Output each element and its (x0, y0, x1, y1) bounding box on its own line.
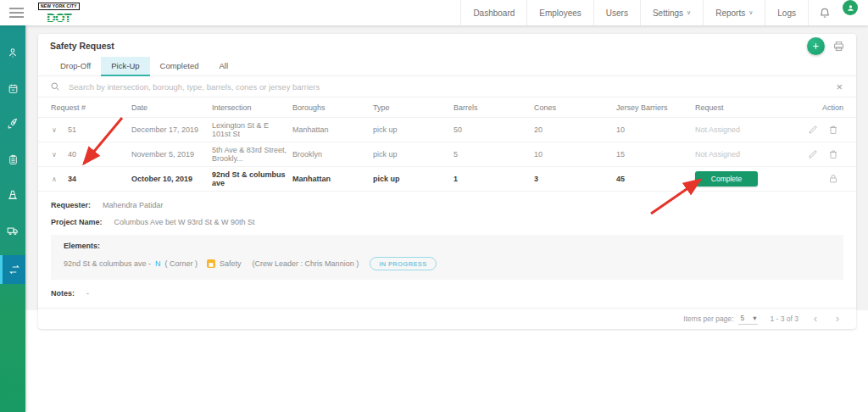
clipboard-icon (8, 154, 19, 165)
column-header: Jersey Barriers (616, 103, 695, 112)
table-row[interactable]: ∨ 51 December 17, 2019 Lexington St & E … (38, 118, 856, 142)
sidebar-item-rocket[interactable] (0, 109, 25, 138)
edit-button[interactable] (808, 125, 818, 135)
sidebar-item-person-pin[interactable] (0, 38, 25, 67)
column-header: Date (131, 103, 212, 112)
items-per-page-label: Items per page: (683, 315, 733, 323)
hamburger-menu-icon[interactable] (0, 8, 32, 18)
request-intersection: 5th Ave & 83rd Street, Brookly... (212, 142, 292, 166)
delete-button[interactable] (828, 149, 838, 159)
elements-section: Elements: 92nd St & columbus ave - N ( C… (51, 235, 843, 280)
nav-item-reports[interactable]: Reports∨ (703, 0, 765, 25)
chevron-down-icon: ∨ (687, 9, 691, 16)
element-item: 92nd St & columbus ave - N ( Corner ) ▦ … (64, 257, 831, 270)
traffic-cone-icon (7, 189, 19, 201)
calendar-icon (8, 83, 19, 94)
tab-completed[interactable]: Completed (150, 57, 209, 75)
request-barrels: 50 (453, 122, 534, 137)
lock-icon (828, 174, 838, 184)
request-cones: 3 (534, 171, 616, 187)
logo-top-text: NEW YORK CITY (38, 3, 80, 10)
user-avatar[interactable] (843, 0, 858, 15)
table-row[interactable]: ∨ 40 November 5, 2019 5th Ave & 83rd Str… (38, 142, 856, 167)
request-jersey-barriers: 15 (616, 147, 695, 162)
column-header: Type (373, 103, 453, 112)
edit-button[interactable] (808, 149, 818, 159)
column-header: Request # (51, 103, 131, 112)
nav-item-logs[interactable]: Logs (765, 0, 808, 25)
nav-item-employees[interactable]: Employees (526, 0, 593, 25)
search-icon (50, 81, 60, 92)
person-pin-icon (7, 47, 19, 58)
pagination-range: 1 - 3 of 3 (770, 315, 798, 323)
request-borough: Manhattan (292, 171, 373, 187)
project-name-label: Project Name: (51, 218, 103, 226)
swap-arrows-icon (8, 264, 20, 276)
notifications-button[interactable] (808, 0, 841, 25)
pencil-icon (808, 149, 818, 159)
nav-item-users[interactable]: Users (593, 0, 640, 25)
request-barrels: 1 (453, 171, 534, 187)
tab-drop-off[interactable]: Drop-Off (50, 57, 101, 75)
column-header: Boroughs (292, 103, 373, 112)
previous-page-icon[interactable]: ‹ (810, 313, 821, 325)
elements-label: Elements: (64, 242, 831, 250)
request-intersection: Lexington St & E 101st St (212, 118, 292, 142)
chevron-down-icon: ∨ (748, 9, 753, 16)
tab-bar: Drop-Off Pick-Up Completed All (38, 58, 856, 76)
expand-row-icon[interactable]: ∨ (52, 126, 60, 134)
collapse-row-icon[interactable]: ∧ (52, 175, 60, 183)
complete-button[interactable]: Complete (695, 171, 758, 187)
request-date: November 5, 2019 (131, 147, 212, 162)
pagination-bar: Items per page: 5 ▾ 1 - 3 of 3 ‹ › (38, 308, 856, 329)
left-sidebar (0, 25, 25, 412)
request-date: October 10, 2019 (131, 171, 212, 187)
request-type: pick up (373, 147, 453, 162)
search-bar: × (38, 76, 856, 97)
logo-dot-text: DOT (47, 11, 71, 24)
next-page-icon[interactable]: › (832, 313, 843, 325)
sidebar-item-truck[interactable] (0, 216, 25, 245)
search-input[interactable] (69, 82, 826, 92)
select-caret-icon: ▾ (753, 314, 756, 322)
pencil-icon (808, 125, 818, 135)
nav-item-settings[interactable]: Settings∨ (640, 0, 703, 25)
notes-label: Notes: (51, 289, 75, 298)
print-button[interactable] (832, 40, 845, 53)
expand-row-icon[interactable]: ∨ (52, 151, 60, 159)
request-status: Not Assigned (695, 147, 797, 162)
element-crew-leader: (Crew Leader : Chris Mannion ) (253, 259, 359, 268)
request-cones: 20 (534, 122, 616, 137)
nav-item-dashboard[interactable]: Dashboard (460, 0, 526, 25)
request-borough: Brooklyn (292, 147, 373, 162)
lock-button[interactable] (828, 174, 838, 184)
request-borough: Manhattan (292, 122, 373, 137)
sidebar-item-clipboard[interactable] (0, 145, 25, 174)
sidebar-item-calendar[interactable] (0, 74, 25, 103)
nyc-dot-logo: NEW YORK CITY DOT (36, 1, 82, 25)
trash-icon (828, 125, 838, 135)
column-header: Cones (534, 103, 616, 112)
sidebar-item-cone[interactable] (0, 181, 25, 209)
truck-icon (7, 225, 19, 237)
clear-search-icon[interactable]: × (834, 81, 844, 92)
element-location: 92nd St & columbus ave - (64, 259, 151, 268)
content-area: Safety Request Drop-Off Pick-Up Complete… (25, 25, 868, 310)
tab-pick-up[interactable]: Pick-Up (101, 57, 149, 75)
add-request-button[interactable] (807, 37, 825, 55)
items-per-page-select[interactable]: 5 ▾ (738, 313, 758, 325)
items-per-page-value: 5 (740, 314, 744, 322)
delete-button[interactable] (828, 125, 838, 135)
printer-icon (832, 40, 845, 53)
request-detail-panel: Requester: Mahendra Patidar Project Name… (38, 192, 856, 298)
element-direction: N (155, 259, 161, 268)
rocket-icon (7, 118, 19, 130)
request-date: December 17, 2019 (131, 122, 212, 137)
table-row-expanded[interactable]: ∧ 34 October 10, 2019 92nd St & columbus… (38, 167, 856, 192)
page-title: Safety Request (50, 41, 114, 51)
safety-element-icon: ▦ (207, 259, 215, 268)
sidebar-item-swap-active[interactable] (0, 255, 25, 284)
notes-value: - (86, 289, 89, 298)
trash-icon (828, 149, 838, 159)
tab-all[interactable]: All (209, 57, 238, 75)
